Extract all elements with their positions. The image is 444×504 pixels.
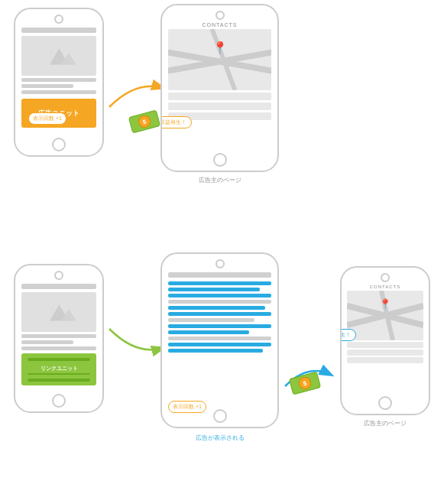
phone-bottom-middle: 表示回数 +1 — [160, 252, 279, 428]
phone-top-middle: CONTACTS 📍 収益発生！ — [160, 4, 279, 172]
main-scene: 広告ユニット 表示回数 +1 $ CONTACTS — [0, 0, 444, 504]
phone-top-left: 広告ユニット 表示回数 +1 — [14, 8, 104, 157]
advertiser-caption-top: 広告主のページ — [160, 176, 279, 184]
map-pin: 📍 — [212, 41, 228, 55]
revenue-badge-top: 収益発生！ — [160, 116, 192, 128]
ad-display-caption: 広告が表示される — [160, 432, 279, 442]
impression-badge-bottom: 表示回数 +1 — [168, 401, 206, 413]
impression-badge-top-left: 表示回数 +1 — [28, 112, 66, 125]
phone-bottom-right: CONTACTS 📍 収益発生！ — [340, 266, 430, 415]
contacts-label-bottom: CONTACTS — [345, 285, 425, 289]
link-unit-label: リンクユニット — [21, 364, 96, 373]
contacts-label-top: CONTACTS — [166, 22, 274, 28]
green-arrow-bottom — [105, 321, 167, 359]
advertiser-caption-bottom-right: 広告主のページ — [340, 419, 430, 428]
map-pin-bottom: 📍 — [379, 298, 391, 310]
revenue-badge-bottom-right: 収益発生！ — [340, 329, 356, 341]
phone-bottom-left: リンクユニット — [14, 264, 104, 413]
svg-point-2 — [48, 50, 53, 56]
svg-point-9 — [48, 307, 53, 312]
orange-arrow-top — [105, 76, 167, 115]
